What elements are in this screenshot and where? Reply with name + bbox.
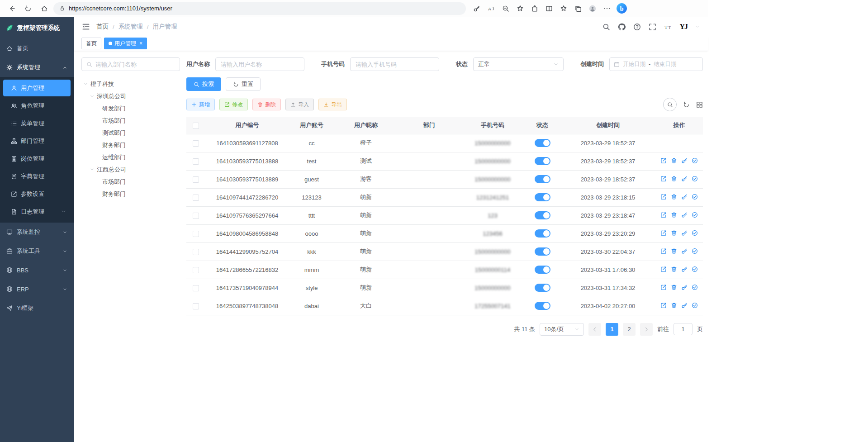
row-checkbox[interactable] <box>193 213 199 219</box>
row-checkbox[interactable] <box>193 176 199 183</box>
row-edit-icon[interactable] <box>660 284 667 290</box>
tree-node[interactable]: 财务部门 <box>81 139 180 151</box>
goto-page-input[interactable] <box>674 323 693 335</box>
row-edit-icon[interactable] <box>660 248 667 254</box>
favorite-add-button[interactable] <box>513 2 527 15</box>
tree-node[interactable]: 研发部门 <box>81 102 180 114</box>
tree-node[interactable]: 运维部门 <box>81 151 180 163</box>
status-toggle[interactable] <box>535 211 550 219</box>
sidebar-item-menu-mgmt[interactable]: 菜单管理 <box>3 115 71 132</box>
row-reset-password-icon[interactable] <box>681 266 688 272</box>
add-button[interactable]: 新增 <box>186 99 215 110</box>
row-assign-role-icon[interactable] <box>692 284 698 290</box>
page-1-button[interactable]: 1 <box>606 323 618 336</box>
table-row[interactable]: 1641728665572216832mmm萌新150000001142023-… <box>186 261 703 279</box>
column-header[interactable]: 用户昵称 <box>334 117 398 134</box>
tree-node[interactable]: 市场部门 <box>81 114 180 127</box>
sidebar-item-bbs[interactable]: BBS <box>0 261 74 280</box>
breadcrumb-item[interactable]: 首页 <box>96 23 109 31</box>
row-assign-role-icon[interactable] <box>692 176 698 182</box>
sidebar-item-role-mgmt[interactable]: 角色管理 <box>3 97 71 114</box>
close-tab-icon[interactable]: × <box>139 40 142 47</box>
table-row[interactable]: 1641097441472286720123123萌新1231241251202… <box>186 188 703 206</box>
row-edit-icon[interactable] <box>660 302 667 309</box>
status-toggle[interactable] <box>535 266 550 274</box>
status-toggle[interactable] <box>535 157 550 165</box>
row-delete-icon[interactable] <box>671 157 677 164</box>
row-assign-role-icon[interactable] <box>692 230 698 236</box>
row-assign-role-icon[interactable] <box>692 302 698 309</box>
profile-button[interactable] <box>585 2 600 15</box>
column-header[interactable]: 手机号码 <box>461 117 524 134</box>
row-delete-icon[interactable] <box>671 284 677 290</box>
column-header[interactable]: 创建时间 <box>560 117 655 134</box>
row-checkbox[interactable] <box>193 195 199 201</box>
status-toggle[interactable] <box>535 139 550 147</box>
row-edit-icon[interactable] <box>660 212 667 218</box>
row-assign-role-icon[interactable] <box>692 157 698 164</box>
settings-menu-button[interactable] <box>600 2 614 15</box>
back-button[interactable] <box>5 2 19 15</box>
extensions-button[interactable] <box>527 2 542 15</box>
row-edit-icon[interactable] <box>660 176 667 182</box>
dept-search-input[interactable] <box>95 61 175 68</box>
row-checkbox[interactable] <box>193 249 199 255</box>
split-screen-button[interactable] <box>542 2 556 15</box>
help-button[interactable] <box>633 23 641 31</box>
column-header[interactable]: 状态 <box>524 117 560 134</box>
row-delete-icon[interactable] <box>671 212 677 218</box>
breadcrumb-item[interactable]: 用户管理 <box>153 23 177 31</box>
row-checkbox[interactable] <box>193 158 199 165</box>
status-toggle[interactable] <box>535 229 550 238</box>
column-header[interactable]: 部门 <box>398 117 461 134</box>
table-row[interactable]: 1641441299095752704kkk萌新150000000002023-… <box>186 242 703 261</box>
row-assign-role-icon[interactable] <box>692 194 698 200</box>
columns-button[interactable] <box>696 101 703 108</box>
zoom-button[interactable] <box>498 2 513 15</box>
row-delete-icon[interactable] <box>671 248 677 254</box>
column-header[interactable]: 用户编号 <box>205 117 289 134</box>
collections-button[interactable] <box>571 2 585 15</box>
row-delete-icon[interactable] <box>671 302 677 309</box>
row-assign-role-icon[interactable] <box>692 248 698 254</box>
sidebar-item-param-settings[interactable]: 参数设置 <box>3 185 71 202</box>
row-delete-icon[interactable] <box>671 176 677 182</box>
sidebar-item-dept-mgmt[interactable]: 部门管理 <box>3 133 71 149</box>
sidebar-item-system-monitor[interactable]: 系统监控 <box>0 223 74 242</box>
tree-node[interactable]: 市场部门 <box>81 176 180 188</box>
row-checkbox[interactable] <box>193 303 199 309</box>
status-toggle[interactable] <box>535 247 550 256</box>
row-edit-icon[interactable] <box>660 194 667 200</box>
sidebar-item-system-mgmt[interactable]: 系统管理 <box>0 58 74 77</box>
user-menu-button[interactable] <box>695 24 700 29</box>
tree-node[interactable]: 江西总公司 <box>81 163 180 176</box>
row-edit-icon[interactable] <box>660 157 667 164</box>
row-reset-password-icon[interactable] <box>681 194 688 200</box>
sidebar-item-yi-framework[interactable]: Yi框架 <box>0 299 74 318</box>
select-all-checkbox[interactable] <box>193 123 199 129</box>
export-button[interactable]: 导出 <box>318 99 347 110</box>
username-input[interactable] <box>215 57 304 71</box>
sidebar-item-dict-mgmt[interactable]: 字典管理 <box>3 168 71 185</box>
table-row[interactable]: 1641030593775013888test测试150000000002023… <box>186 152 703 170</box>
table-row[interactable]: 1641097576365297664tttt萌新1232023-03-29 2… <box>186 206 703 224</box>
page-2-button[interactable]: 2 <box>623 323 636 336</box>
date-range-picker[interactable]: 开始日期 - 结束日期 <box>609 57 703 71</box>
row-reset-password-icon[interactable] <box>681 212 688 218</box>
tab-user-mgmt[interactable]: 用户管理× <box>104 38 147 49</box>
favorites-button[interactable] <box>556 2 571 15</box>
tree-node[interactable]: 财务部门 <box>81 188 180 200</box>
delete-button[interactable]: 删除 <box>252 99 281 110</box>
row-edit-icon[interactable] <box>660 266 667 272</box>
dept-search[interactable] <box>81 57 180 71</box>
table-row[interactable]: 1642503897748738048dabai大白17255007141202… <box>186 297 703 315</box>
row-delete-icon[interactable] <box>671 230 677 236</box>
github-button[interactable] <box>618 23 626 31</box>
passwords-button[interactable] <box>470 2 484 15</box>
copilot-button[interactable]: b <box>614 2 629 15</box>
caret-down-icon[interactable] <box>90 94 95 99</box>
search-button[interactable]: 搜索 <box>186 77 221 91</box>
row-checkbox[interactable] <box>193 140 199 147</box>
header-search-button[interactable] <box>602 23 610 31</box>
import-button[interactable]: 导入 <box>285 99 314 110</box>
